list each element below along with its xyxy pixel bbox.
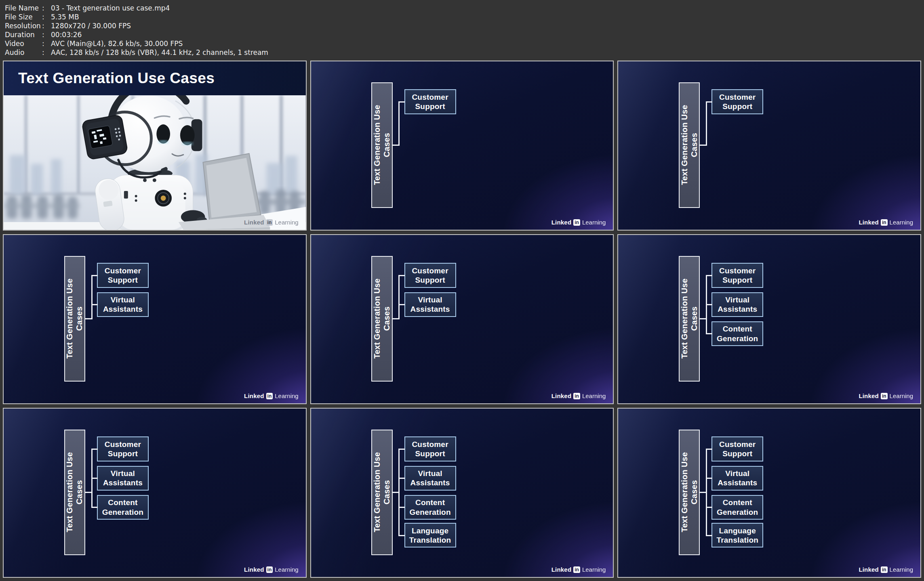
linkedin-wordmark: Linked: [859, 219, 879, 226]
media-info-colon: :: [42, 21, 51, 30]
slide-title: Text Generation Use Cases: [18, 70, 215, 87]
media-info-value: 5.35 MB: [51, 13, 79, 21]
root-label-line-1: Text Generation Use: [372, 105, 382, 185]
media-info-label: File Name: [5, 4, 42, 13]
connector-line: [398, 304, 405, 305]
linkedin-wordmark: Linked: [244, 219, 264, 226]
connector-line: [706, 333, 712, 334]
connector-line: [398, 478, 405, 479]
connector-line: [706, 535, 712, 536]
linkedin-in-badge-icon: in: [266, 393, 273, 399]
root-node-label: Text Generation Use Cases: [65, 452, 84, 533]
use-case-node: Content Generation: [711, 495, 763, 520]
root-label-line-1: Text Generation Use: [65, 279, 75, 359]
linkedin-wordmark: Linked: [859, 566, 879, 573]
connector-line: [398, 275, 405, 276]
media-info-value: AVC (Main@L4), 82.6 kb/s, 30.000 FPS: [51, 39, 183, 48]
linkedin-in-badge-icon: in: [573, 219, 580, 226]
linkedin-in-badge-icon: in: [266, 219, 273, 226]
linkedin-wordmark: Linked: [244, 392, 264, 399]
thumbnail-frame-9[interactable]: Text Generation Use Cases Customer Suppo…: [617, 408, 921, 578]
robot-photo: [4, 95, 306, 230]
learning-wordmark: Learning: [275, 566, 298, 573]
root-label-line-2: Cases: [689, 133, 699, 157]
learning-wordmark: Learning: [275, 392, 298, 399]
linkedin-wordmark: Linked: [551, 566, 572, 573]
use-case-node: Content Generation: [711, 321, 763, 346]
media-info-row: File Size : 5.35 MB: [5, 13, 924, 21]
root-node-text-generation-use-cases: Text Generation Use Cases: [371, 430, 392, 555]
connector-line: [398, 449, 400, 536]
root-label-line-1: Text Generation Use: [372, 452, 382, 533]
thumbnail-frame-3[interactable]: Text Generation Use Cases Customer Suppo…: [617, 61, 921, 231]
media-info-label: Video: [5, 39, 42, 48]
connector-line: [706, 507, 712, 508]
use-case-node: Customer Support: [711, 436, 763, 461]
linkedin-learning-logo: Linked in Learning: [551, 566, 606, 573]
root-node-text-generation-use-cases: Text Generation Use Cases: [679, 256, 700, 382]
root-node-label: Text Generation Use Cases: [680, 105, 699, 185]
use-case-node: Virtual Assistants: [97, 292, 149, 317]
thumbnail-frame-7[interactable]: Text Generation Use Cases Customer Suppo…: [3, 408, 307, 578]
thumbnail-frame-5[interactable]: Text Generation Use Cases Customer Suppo…: [310, 234, 614, 404]
thumbnail-frame-2[interactable]: Text Generation Use Cases Customer Suppo…: [310, 61, 614, 231]
media-info-colon: :: [42, 13, 51, 21]
use-case-node: Customer Support: [97, 263, 149, 287]
media-info-panel: File Name : 03 - Text generation use cas…: [0, 0, 924, 61]
root-label-line-2: Cases: [382, 480, 391, 504]
slide-title-band: Text Generation Use Cases: [4, 61, 306, 95]
linkedin-wordmark: Linked: [551, 392, 572, 399]
use-case-node: Content Generation: [404, 495, 456, 520]
connector-line: [706, 101, 707, 146]
thumbnail-grid: Text Generation Use Cases: [3, 61, 921, 578]
connector-line: [398, 507, 405, 508]
use-case-node: Customer Support: [404, 436, 456, 461]
linkedin-in-badge-icon: in: [881, 393, 888, 399]
connector-line: [706, 449, 712, 450]
use-case-node: Customer Support: [404, 263, 456, 287]
use-case-node: Virtual Assistants: [711, 292, 763, 317]
root-node-label: Text Generation Use Cases: [680, 279, 699, 359]
use-case-node: Virtual Assistants: [404, 292, 456, 317]
media-info-row: File Name : 03 - Text generation use cas…: [5, 4, 924, 13]
connector-line: [91, 304, 98, 305]
connector-line: [91, 275, 93, 319]
root-node-text-generation-use-cases: Text Generation Use Cases: [371, 82, 392, 208]
media-info-label: Audio: [5, 48, 42, 57]
linkedin-learning-logo: Linked in Learning: [859, 219, 913, 226]
use-case-node: Customer Support: [711, 263, 763, 287]
media-info-colon: :: [42, 39, 51, 48]
linkedin-in-badge-icon: in: [266, 566, 273, 573]
linkedin-learning-logo: Linked in Learning: [244, 219, 299, 226]
media-info-label: File Size: [5, 13, 42, 21]
thumbnail-frame-6[interactable]: Text Generation Use Cases Customer Suppo…: [617, 234, 921, 404]
media-info-label: Resolution: [5, 21, 42, 30]
thumbnail-frame-4[interactable]: Text Generation Use Cases Customer Suppo…: [3, 234, 307, 404]
linkedin-in-badge-icon: in: [573, 393, 580, 399]
learning-wordmark: Learning: [890, 219, 913, 226]
thumbnail-frame-1[interactable]: Text Generation Use Cases: [3, 61, 307, 231]
media-info-colon: :: [42, 4, 51, 13]
root-node-label: Text Generation Use Cases: [680, 452, 699, 533]
root-label-line-2: Cases: [689, 480, 699, 504]
connector-line: [706, 101, 712, 103]
thumbnail-frame-8[interactable]: Text Generation Use Cases Customer Suppo…: [310, 408, 614, 578]
learning-wordmark: Learning: [582, 219, 606, 226]
root-node-label: Text Generation Use Cases: [372, 279, 391, 359]
connector-line: [91, 275, 98, 276]
linkedin-learning-logo: Linked in Learning: [244, 392, 299, 399]
use-case-node: Language Translation: [404, 523, 456, 547]
root-label-line-1: Text Generation Use: [372, 279, 382, 359]
use-case-node: Virtual Assistants: [404, 466, 456, 491]
use-case-node: Content Generation: [97, 495, 149, 520]
linkedin-wordmark: Linked: [244, 566, 264, 573]
learning-wordmark: Learning: [890, 566, 913, 573]
linkedin-learning-logo: Linked in Learning: [859, 566, 913, 573]
connector-line: [706, 275, 712, 276]
use-case-node: Customer Support: [97, 436, 149, 461]
chest-emblem: [155, 190, 172, 206]
use-case-node: Virtual Assistants: [711, 466, 763, 491]
root-label-line-1: Text Generation Use: [65, 452, 75, 533]
use-case-node: Customer Support: [711, 89, 763, 114]
media-info-colon: :: [42, 30, 51, 39]
